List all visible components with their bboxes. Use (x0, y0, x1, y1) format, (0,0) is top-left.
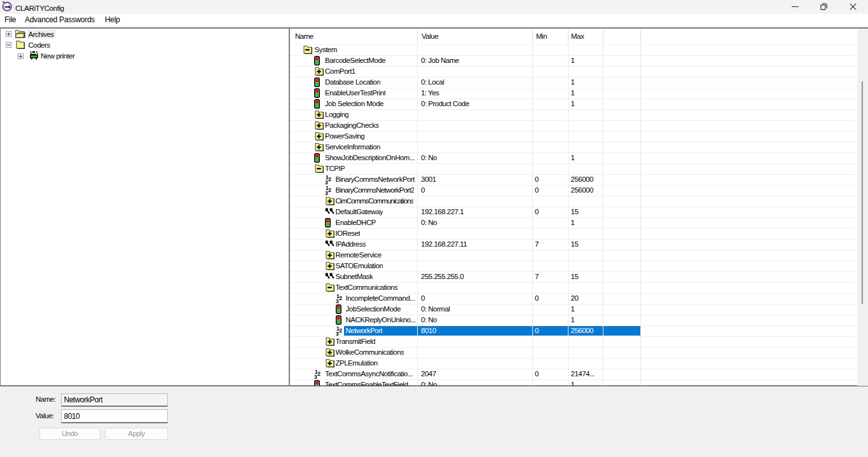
svg-text:2: 2 (328, 176, 331, 182)
svg-text:2: 2 (328, 187, 331, 193)
svg-text:2: 2 (339, 327, 342, 334)
svg-text:2: 2 (339, 295, 342, 301)
svg-text:2: 2 (317, 371, 320, 377)
